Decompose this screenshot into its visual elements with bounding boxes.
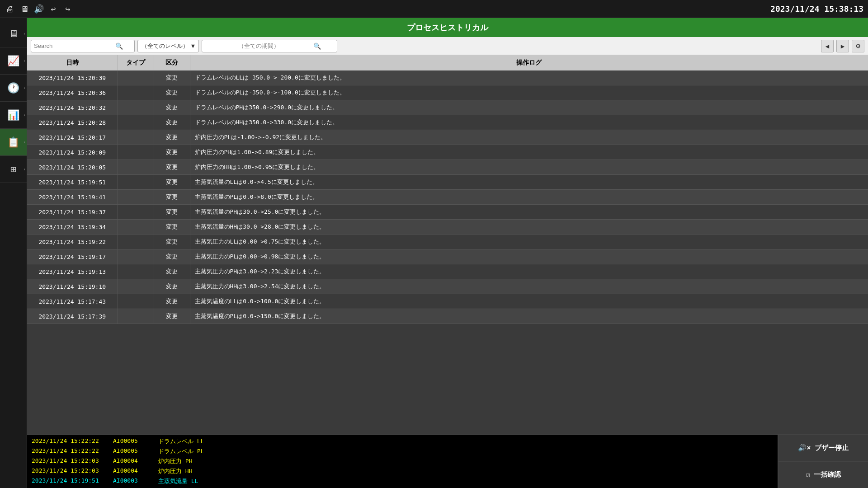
table-row: 2023/11/24 15:20:28 変更 ドラムレベルのHHは350.0->… (27, 115, 868, 130)
bottom-right-panel: 🔊× ブザー停止 ☑ 一括確認 (778, 435, 868, 488)
cell-log: 主蒸気圧力のLLは0.00->0.75に変更しました。 (190, 235, 868, 249)
level-dropdown[interactable]: （全てのレベル） ▼ (137, 40, 199, 52)
cell-datetime: 2023/11/24 15:17:39 (27, 309, 118, 324)
cell-log: 主蒸気圧力のHHは3.00->2.54に変更しました。 (190, 279, 868, 294)
sidebar-item-trend[interactable]: 📈 › (0, 47, 27, 75)
cell-datetime: 2023/11/24 15:20:09 (27, 145, 118, 160)
table-row: 2023/11/24 15:19:22 変更 主蒸気圧力のLLは0.00->0.… (27, 235, 868, 249)
sidebar-item-clock[interactable]: 🕐 › (0, 75, 27, 102)
cell-log: 主蒸気温度のPLは0.0->150.0に変更しました。 (190, 309, 868, 324)
level-label: （全てのレベル） (142, 42, 189, 50)
alarm-id: AI00004 (113, 467, 149, 475)
display-icon[interactable]: 🖥 (19, 4, 30, 14)
cell-type (118, 160, 154, 175)
forward-icon[interactable]: ↪ (62, 4, 73, 14)
content-area: プロセスヒストリカル 🔍 （全てのレベル） ▼ 🔍 ◀ ▶ ⚙ (27, 18, 868, 488)
print-icon[interactable]: 🖨 (5, 4, 15, 14)
cell-category: 変更 (154, 145, 190, 160)
monitor-icon: 🖥 (9, 28, 19, 39)
sidebar: 🖥 › 📈 › 🕐 › 📊 › 📋 › ⊞ › (0, 18, 27, 488)
cell-type (118, 130, 154, 145)
settings-button[interactable]: ⚙ (852, 40, 864, 52)
chevron-icon: › (23, 167, 26, 172)
cell-category: 変更 (154, 235, 190, 249)
bottom-area: 2023/11/24 15:22:22 AI00005 ドラムレベル LL 20… (27, 434, 868, 488)
header-category: 区分 (154, 55, 190, 70)
alarm-row: 2023/11/24 15:22:22 AI00005 ドラムレベル PL (27, 446, 778, 456)
buzzer-stop-button[interactable]: 🔊× ブザー停止 (778, 435, 868, 462)
table-row: 2023/11/24 15:20:36 変更 ドラムレベルのPLは-350.0-… (27, 85, 868, 100)
cell-log: 主蒸気圧力のPLは0.00->0.98に変更しました。 (190, 249, 868, 264)
cell-datetime: 2023/11/24 15:19:13 (27, 264, 118, 279)
cell-datetime: 2023/11/24 15:20:32 (27, 100, 118, 115)
cell-category: 変更 (154, 294, 190, 309)
alarm-desc: ドラムレベル LL (158, 437, 773, 446)
cell-category: 変更 (154, 160, 190, 175)
main-layout: 🖥 › 📈 › 🕐 › 📊 › 📋 › ⊞ › プロセスヒストリカル (0, 18, 868, 488)
next-page-button[interactable]: ▶ (836, 40, 849, 52)
alarm-time: 2023/11/24 15:22:22 (32, 437, 104, 446)
chevron-icon: › (23, 140, 26, 145)
table-row: 2023/11/24 15:20:17 変更 炉内圧力のPLは-1.00->-0… (27, 130, 868, 145)
volume-icon[interactable]: 🔊 (33, 4, 44, 14)
buzzer-icon: 🔊× (798, 444, 811, 452)
cell-log: ドラムレベルのHHは350.0->330.0に変更しました。 (190, 115, 868, 130)
table-body: 2023/11/24 15:20:39 変更 ドラムレベルのLLは-350.0-… (27, 70, 868, 324)
cell-datetime: 2023/11/24 15:20:28 (27, 115, 118, 130)
alarm-desc: 炉内圧力 PH (158, 457, 773, 465)
cell-category: 変更 (154, 220, 190, 235)
cell-category: 変更 (154, 205, 190, 220)
cell-log: 主蒸気流量のPHは30.0->25.0に変更しました。 (190, 205, 868, 220)
sidebar-item-monitor[interactable]: 🖥 › (0, 20, 27, 47)
cell-datetime: 2023/11/24 15:19:41 (27, 190, 118, 205)
table-row: 2023/11/24 15:19:34 変更 主蒸気流量のHHは30.0->28… (27, 220, 868, 235)
header-datetime: 日時 (27, 55, 118, 70)
alarm-row: 2023/11/24 15:19:51 AI00003 主蒸気流量 LL (27, 476, 778, 486)
back-icon[interactable]: ↩ (48, 4, 59, 14)
clock-display: 2023/11/24 15:38:13 (770, 4, 863, 14)
page-title: プロセスヒストリカル (407, 22, 488, 33)
cell-datetime: 2023/11/24 15:19:37 (27, 205, 118, 220)
cell-type (118, 264, 154, 279)
alarm-row: 2023/11/24 15:22:03 AI00004 炉内圧力 PH (27, 456, 778, 466)
table-row: 2023/11/24 15:19:10 変更 主蒸気圧力のHHは3.00->2.… (27, 279, 868, 294)
table-row: 2023/11/24 15:19:51 変更 主蒸気流量のLLは0.0->4.5… (27, 175, 868, 190)
cell-category: 変更 (154, 130, 190, 145)
cell-log: ドラムレベルのPLは-350.0->-100.0に変更しました。 (190, 85, 868, 100)
cell-category: 変更 (154, 279, 190, 294)
prev-page-button[interactable]: ◀ (821, 40, 834, 52)
cell-datetime: 2023/11/24 15:20:36 (27, 85, 118, 100)
cell-category: 変更 (154, 249, 190, 264)
toolbar-icons: 🖨 🖥 🔊 ↩ ↪ (5, 4, 73, 14)
header-type: タイプ (118, 55, 154, 70)
alarm-id: AI00005 (113, 447, 149, 455)
period-input[interactable] (205, 42, 313, 49)
search-box[interactable]: 🔍 (31, 40, 135, 52)
cell-category: 変更 (154, 309, 190, 324)
cell-log: 炉内圧力のHHは1.00->0.95に変更しました。 (190, 160, 868, 175)
table-row: 2023/11/24 15:19:17 変更 主蒸気圧力のPLは0.00->0.… (27, 249, 868, 264)
search-input[interactable] (34, 42, 115, 49)
sidebar-item-bars[interactable]: 📊 › (0, 102, 27, 129)
clock-icon: 🕐 (7, 82, 19, 94)
page-header: プロセスヒストリカル (27, 18, 868, 37)
cell-log: 炉内圧力のPHは1.00->0.89に変更しました。 (190, 145, 868, 160)
cell-type (118, 205, 154, 220)
bars-icon: 📊 (7, 109, 19, 121)
period-search-icon[interactable]: 🔍 (313, 42, 321, 50)
period-search[interactable]: 🔍 (202, 40, 337, 52)
table-row: 2023/11/24 15:19:37 変更 主蒸気流量のPHは30.0->25… (27, 205, 868, 220)
cell-type (118, 279, 154, 294)
list-icon: 📋 (7, 136, 19, 148)
search-icon[interactable]: 🔍 (115, 42, 123, 50)
table-row: 2023/11/24 15:19:13 変更 主蒸気圧力のPHは3.00->2.… (27, 264, 868, 279)
sidebar-item-grid[interactable]: ⊞ › (0, 156, 27, 183)
cell-datetime: 2023/11/24 15:17:43 (27, 294, 118, 309)
cell-type (118, 294, 154, 309)
alarm-id: AI00004 (113, 457, 149, 465)
cell-type (118, 145, 154, 160)
cell-category: 変更 (154, 85, 190, 100)
alarm-time: 2023/11/24 15:22:03 (32, 467, 104, 475)
confirm-all-button[interactable]: ☑ 一括確認 (778, 462, 868, 488)
sidebar-item-list[interactable]: 📋 › (0, 129, 27, 156)
